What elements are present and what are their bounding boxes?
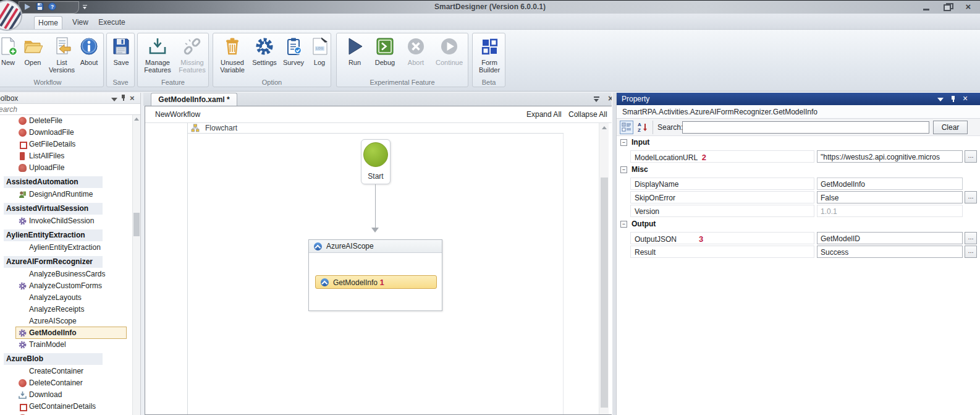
getmodelinfo-activity[interactable]: GetModelInfo 1 <box>315 275 437 289</box>
canvas-scrollbar[interactable] <box>599 123 609 414</box>
outputjson-value[interactable]: GetModelID <box>817 232 963 244</box>
toolbox-category-azureaiformrecognizer[interactable]: AzureAIFormRecognizer <box>0 254 132 268</box>
ellipsis-button[interactable]: ... <box>965 191 977 203</box>
toolbox-item-trainmodel[interactable]: TrainModel <box>0 339 132 351</box>
toolbox-item-deletecontainer[interactable]: DeleteContainer <box>0 377 132 389</box>
flowchart-canvas[interactable]: Start AzureAIScope GetModelInfo 1 <box>188 134 564 414</box>
form-grid-icon <box>479 36 499 56</box>
app-logo[interactable] <box>0 0 23 34</box>
quick-run-icon[interactable] <box>25 4 30 10</box>
toolbox-item-getfiledetails[interactable]: GetFileDetails <box>0 139 132 150</box>
collapse-minus-icon[interactable]: − <box>620 139 627 146</box>
canvas-scroll-thumb[interactable] <box>601 178 608 408</box>
run-button[interactable]: Run <box>340 35 369 77</box>
manage-features-button[interactable]: Manage Features <box>140 35 175 77</box>
toolbox-item-uploadfile[interactable]: UploadFile <box>0 162 132 174</box>
azure-circle-icon <box>314 242 322 250</box>
unused-variable-button[interactable]: Unused Variable <box>216 35 249 77</box>
collapse-minus-icon[interactable]: − <box>620 221 627 228</box>
tab-execute[interactable]: Execute <box>95 16 129 29</box>
settings-button[interactable]: Settings <box>249 35 280 77</box>
close-icon[interactable]: × <box>960 3 976 12</box>
start-node[interactable]: Start <box>361 139 391 184</box>
toolbox-item-aylienentityextraction[interactable]: AylienEntityExtraction <box>0 242 132 254</box>
toolbox-scroll-thumb[interactable] <box>133 213 140 236</box>
alphabetical-sort-icon[interactable]: A Z <box>636 121 649 134</box>
toolbox-item-analyzelayouts[interactable]: AnalyzeLayouts <box>0 292 132 304</box>
red-dot-icon <box>19 129 27 137</box>
toolbox-category-azureblob[interactable]: AzureBlob <box>0 351 132 366</box>
survey-button[interactable]: Survey <box>280 35 307 77</box>
minimize-icon[interactable] <box>918 3 934 12</box>
breadcrumb[interactable]: NewWorkflow <box>155 110 200 119</box>
tab-home[interactable]: Home <box>34 16 62 29</box>
customize-dropdown-icon[interactable] <box>83 5 88 10</box>
ribbon-group-experimental: Run Debug Abort Continue Experimental Fe… <box>336 33 468 87</box>
toolbox-category-assistedvirtualsession[interactable]: AssistedVirtualSession <box>0 200 132 215</box>
toolbox-item-analyzebusinesscards[interactable]: AnalyzeBusinessCards <box>0 268 132 280</box>
toolbox-item-invokechildsession[interactable]: InvokeChildSession <box>0 215 132 227</box>
toolbox-item-listallfiles[interactable]: ListAllFiles <box>0 150 132 162</box>
ellipsis-button[interactable]: ... <box>965 232 977 244</box>
toolbox-item-uploadfile-2[interactable]: UploadFile <box>0 413 132 415</box>
toolbox-close-icon[interactable]: × <box>130 93 135 103</box>
toolbox-item-analyzereceipts[interactable]: AnalyzeReceipts <box>0 304 132 315</box>
toolbox-category-assistedautomation[interactable]: AssistedAutomation <box>0 174 132 189</box>
log-button[interactable]: LOG Log <box>308 35 331 77</box>
scroll-up-icon[interactable] <box>602 126 607 129</box>
toolbox-item-downloadfile[interactable]: DownloadFile <box>0 127 132 139</box>
list-versions-button[interactable]: List Versions <box>48 35 76 77</box>
form-builder-button[interactable]: Form Builder <box>474 35 505 77</box>
abort-circle-icon <box>406 36 426 56</box>
about-button[interactable]: About <box>76 35 102 77</box>
manage-features-label: Manage Features <box>140 59 175 74</box>
ellipsis-button[interactable]: ... <box>965 150 977 163</box>
clear-button[interactable]: Clear <box>933 121 968 134</box>
restore-icon[interactable] <box>939 3 955 12</box>
continue-button[interactable]: Continue <box>432 35 467 77</box>
debug-button[interactable]: Debug <box>370 35 400 77</box>
toolbox-menu-icon[interactable] <box>111 95 117 103</box>
modellocationurl-value[interactable]: "https://westus2.api.cognitive.micros <box>817 150 963 163</box>
quick-save-icon[interactable] <box>36 2 44 11</box>
toolbox-item-download[interactable]: Download <box>0 389 132 401</box>
result-value[interactable]: Success <box>817 246 963 258</box>
categorized-view-icon[interactable] <box>620 121 633 134</box>
property-menu-icon[interactable] <box>937 95 944 103</box>
flowchart-header[interactable]: Flowchart <box>188 123 564 134</box>
open-button[interactable]: Open <box>19 35 46 77</box>
expand-all-link[interactable]: Expand All <box>526 110 562 119</box>
collapse-minus-icon[interactable]: − <box>620 166 627 173</box>
missing-features-button[interactable]: Missing Features <box>176 35 208 77</box>
toolbox-pin-icon[interactable] <box>120 94 127 101</box>
property-search-input[interactable] <box>682 121 929 134</box>
toolbox-item-azureaiscope[interactable]: AzureAIScope <box>0 315 132 327</box>
save-button[interactable]: Save <box>108 35 134 77</box>
group-name-feature: Feature <box>138 79 208 86</box>
toolbox-item-analyzecustomforms[interactable]: AnalyzeCustomForms <box>0 280 132 292</box>
toolbox-item-designandruntime[interactable]: DesignAndRuntime <box>0 189 132 200</box>
toolbox-item-getcontainerdetails[interactable]: GetContainerDetails <box>0 401 132 413</box>
tab-view[interactable]: View <box>66 16 95 29</box>
property-close-icon[interactable]: × <box>961 95 969 103</box>
tab-list-dropdown-icon[interactable] <box>593 95 601 103</box>
toolbox-scrollbar[interactable] <box>132 115 140 415</box>
toolbox-item-getmodelinfo[interactable]: GetModelInfo <box>0 327 132 339</box>
property-pin-icon[interactable] <box>950 95 957 103</box>
abort-button[interactable]: Abort <box>401 35 431 77</box>
toolbox-item-deletefile[interactable]: DeleteFile <box>0 115 132 127</box>
new-button[interactable]: New <box>0 35 22 77</box>
scroll-up-icon[interactable] <box>134 118 139 121</box>
azureaiscope-activity[interactable]: AzureAIScope GetModelInfo 1 <box>308 239 442 311</box>
skiponerror-value[interactable]: False <box>817 191 963 203</box>
toolbox-item-createcontainer[interactable]: CreateContainer <box>0 366 132 377</box>
toolbox-category-aylienentityextraction[interactable]: AylienEntityExtraction <box>0 227 132 242</box>
document-tab-getmodelinfo[interactable]: GetModelInfo.xaml * <box>151 93 237 106</box>
collapse-all-link[interactable]: Collapse All <box>568 110 607 119</box>
displayname-value[interactable]: GetModelInfo <box>817 178 963 190</box>
quick-help-icon[interactable]: ? <box>48 2 56 11</box>
azureaiscope-header[interactable]: AzureAIScope <box>309 240 442 253</box>
ellipsis-button[interactable]: ... <box>965 246 977 258</box>
panel-splitter[interactable] <box>612 93 617 415</box>
toolbox-search-input[interactable] <box>0 105 122 114</box>
